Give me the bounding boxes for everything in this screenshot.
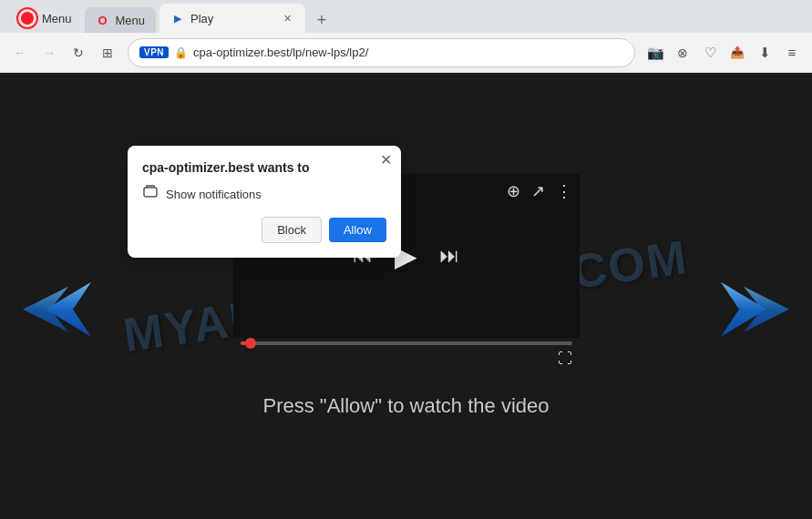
forward-button[interactable]: → (36, 40, 62, 66)
right-arrow (721, 273, 794, 350)
progress-bar[interactable] (241, 341, 572, 345)
tab-play[interactable]: ▶ Play ✕ (159, 4, 305, 33)
left-arrow-svg (18, 273, 91, 346)
heart-button[interactable]: ♡ (697, 40, 723, 66)
tab-play-favicon: ▶ (170, 11, 185, 25)
browser-menu-icon: ≡ (788, 45, 797, 60)
cta-text: Press "Allow" to watch the video (263, 394, 550, 418)
camera-icon: 📷 (647, 45, 664, 61)
more-options-icon[interactable]: ⋮ (556, 181, 572, 201)
progress-dot (245, 338, 256, 349)
browser-menu-button[interactable]: ≡ (779, 40, 805, 66)
popup-permission-row: Show notifications (142, 184, 386, 204)
popup-title: cpa-optimizer.best wants to (142, 160, 386, 175)
left-arrow (18, 273, 91, 350)
popup-close-button[interactable]: ✕ (380, 153, 392, 168)
back-button[interactable]: ← (7, 40, 33, 66)
refresh-icon: ↻ (73, 46, 84, 60)
toolbar-right: 📷 ⊗ ♡ 📤 ⬇ ≡ (642, 40, 805, 66)
tab-play-title: Play (190, 12, 274, 25)
address-bar[interactable]: VPN 🔒 cpa-optimizer.best/lp/new-lps/lp2/ (128, 38, 635, 67)
download-button[interactable]: ⬇ (752, 40, 777, 66)
heart-icon: ♡ (704, 45, 716, 61)
share-button[interactable]: 📤 (725, 40, 750, 66)
page-content: MYANTISPYWARE.COM (0, 73, 812, 519)
tab-menu-favicon: O (96, 13, 110, 27)
svg-marker-0 (46, 282, 91, 337)
video-bottom-controls: ⛶ (241, 351, 572, 367)
vpn-badge: VPN (139, 46, 169, 58)
forward-icon: → (43, 46, 56, 60)
block-button[interactable]: Block (262, 217, 322, 243)
fullscreen-icon[interactable]: ⛶ (558, 351, 572, 367)
camera-button[interactable]: 📷 (642, 40, 668, 66)
new-tab-icon: + (317, 11, 327, 30)
svg-marker-2 (721, 282, 766, 337)
allow-button[interactable]: Allow (329, 218, 386, 242)
back-icon: ← (14, 46, 26, 60)
video-bottom: ⛶ (233, 338, 580, 372)
grid-icon: ⊞ (102, 46, 113, 60)
video-top-controls: ⊕ ↗ ⋮ (507, 181, 572, 201)
url-text[interactable]: cpa-optimizer.best/lp/new-lps/lp2/ (193, 46, 623, 59)
opera-menu-button[interactable]: Menu (7, 4, 81, 33)
popup-permission-label: Show notifications (166, 188, 262, 201)
shield-x-icon: ⊗ (677, 46, 688, 60)
grid-button[interactable]: ⊞ (95, 40, 120, 66)
opera-logo (16, 7, 38, 29)
tab-menu[interactable]: O Menu (85, 7, 157, 33)
new-tab-button[interactable]: + (309, 7, 334, 33)
refresh-button[interactable]: ↻ (66, 40, 91, 66)
svg-rect-4 (144, 188, 157, 197)
toolbar: ← → ↻ ⊞ VPN 🔒 cpa-optimizer.best/lp/new-… (0, 33, 812, 73)
browser-chrome: Menu O Menu ▶ Play ✕ + ← → ↻ ⊞ (0, 0, 812, 73)
tab-bar: Menu O Menu ▶ Play ✕ + (0, 0, 812, 33)
shield-button[interactable]: ⊗ (670, 40, 695, 66)
tab-menu-title: Menu (116, 14, 146, 27)
share-video-icon[interactable]: ↗ (531, 181, 545, 201)
notification-permission-icon (142, 184, 159, 204)
skip-forward-button[interactable]: ⏭ (439, 244, 459, 268)
lock-icon: 🔒 (174, 46, 188, 59)
right-arrow-svg (721, 273, 794, 346)
notification-popup: ✕ cpa-optimizer.best wants to Show notif… (128, 146, 401, 258)
popup-actions: Block Allow (142, 217, 386, 243)
share-icon: 📤 (730, 46, 745, 59)
opera-menu-label: Menu (42, 12, 72, 25)
tab-close-button[interactable]: ✕ (280, 11, 294, 25)
download-icon: ⬇ (759, 45, 771, 61)
add-to-queue-icon[interactable]: ⊕ (507, 181, 520, 201)
